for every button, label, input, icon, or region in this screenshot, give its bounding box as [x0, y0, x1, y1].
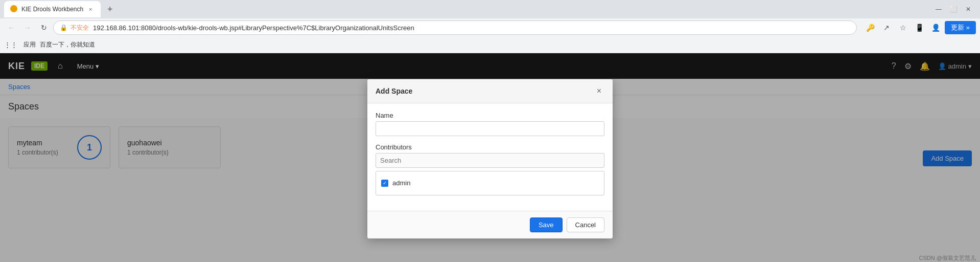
contributors-search-input[interactable] [376, 153, 604, 168]
contributors-list: ✓ admin [376, 171, 604, 195]
bookmark-baidu[interactable]: 百度一下，你就知道 [40, 40, 95, 49]
new-tab-btn[interactable]: + [103, 2, 117, 16]
tab-title: KIE Drools Workbench [21, 6, 83, 13]
modal-footer: Save Cancel [367, 211, 613, 238]
user-icon-btn[interactable]: 👤 [928, 20, 943, 35]
tab-favicon [10, 5, 18, 13]
tab-close-btn[interactable]: × [86, 5, 95, 13]
keys-icon: 🔑 [866, 24, 875, 32]
modal-header: Add Space × [367, 79, 613, 103]
minimize-btn[interactable]: — [932, 5, 945, 14]
bookmark-apps[interactable]: 应用 [24, 40, 36, 49]
name-input[interactable] [376, 121, 604, 136]
refresh-btn[interactable]: ↻ [37, 20, 51, 35]
active-tab[interactable]: KIE Drools Workbench × [4, 1, 101, 17]
refresh-icon: ↻ [41, 24, 47, 32]
contributors-field-group: Contributors ✓ admin [376, 143, 604, 195]
admin-checkbox[interactable]: ✓ [381, 180, 388, 187]
forward-icon: → [24, 24, 31, 32]
url-text: 192.168.86.101:8080/drools-wb/kie-drools… [93, 24, 850, 32]
update-btn[interactable]: 更新 » [945, 21, 976, 34]
modal-body: Name Contributors ✓ admin [367, 103, 613, 211]
tablet-icon: 📱 [915, 24, 924, 32]
maximize-btn[interactable]: ⬜ [947, 5, 961, 14]
lock-icon: 🔒 [60, 24, 67, 31]
apps-grid-icon: ⋮⋮ [4, 41, 17, 49]
name-field-group: Name [376, 112, 604, 136]
star-icon: ☆ [900, 24, 906, 32]
checkmark-icon: ✓ [383, 180, 387, 186]
back-btn[interactable]: ← [4, 20, 18, 35]
add-space-modal: Add Space × Name Contributors ✓ admin [367, 79, 613, 238]
modal-title: Add Space [376, 87, 594, 95]
address-bar[interactable]: 🔒 不安全 192.168.86.101:8080/drools-wb/kie-… [53, 20, 857, 35]
cancel-button[interactable]: Cancel [567, 217, 604, 232]
name-label: Name [376, 112, 604, 119]
share-icon-btn[interactable]: ↗ [879, 20, 894, 35]
modal-close-btn[interactable]: × [594, 85, 604, 97]
contributors-label: Contributors [376, 143, 604, 151]
back-icon: ← [8, 24, 15, 32]
insecure-label: 不安全 [71, 24, 89, 32]
forward-btn[interactable]: → [20, 20, 35, 35]
tablet-icon-btn[interactable]: 📱 [912, 20, 926, 35]
star-icon-btn[interactable]: ☆ [896, 20, 910, 35]
share-icon: ↗ [883, 24, 890, 32]
contributor-admin-label: admin [392, 179, 410, 187]
modal-overlay: Add Space × Name Contributors ✓ admin [0, 53, 980, 262]
user-icon: 👤 [931, 24, 940, 32]
save-button[interactable]: Save [530, 217, 563, 232]
close-window-btn[interactable]: ✕ [963, 5, 974, 14]
keys-icon-btn[interactable]: 🔑 [863, 20, 877, 35]
